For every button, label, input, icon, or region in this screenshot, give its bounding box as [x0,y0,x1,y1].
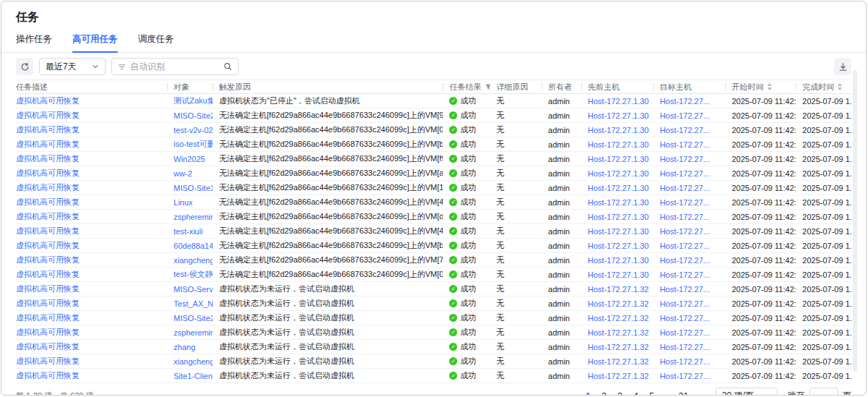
cell-object-link[interactable]: test-xiuli [174,227,203,236]
cell-target-host-link[interactable]: Host-172.27... [660,343,710,351]
cell-previous-host[interactable]: Host-172.27.1.30 [582,268,654,281]
cell-previous-host-link[interactable]: Host-172.27.1.30 [588,140,649,149]
page-button-4[interactable]: 4 [629,388,643,396]
cell-object[interactable]: Site1-Client1 [167,369,213,383]
cell-previous-host-link[interactable]: Host-172.27.1.30 [588,242,649,250]
cell-task-description-link[interactable]: 虚拟机高可用恢复 [16,341,80,352]
cell-target-host[interactable]: Host-172.27... [653,253,726,267]
cell-task-description-link[interactable]: 虚拟机高可用恢复 [16,197,80,208]
cell-target-host[interactable]: Host-172.27... [653,166,726,180]
cell-target-host-link[interactable]: Host-172.27... [660,299,710,308]
cell-task-description-link[interactable]: 虚拟机高可用恢复 [16,139,80,150]
cell-task-description-link[interactable]: 虚拟机高可用恢复 [16,95,80,106]
cell-object[interactable]: zhang [167,340,213,354]
cell-object-link[interactable]: zhang [174,343,195,351]
cell-previous-host[interactable]: Host-172.27.1.30 [582,123,654,137]
cell-object-link[interactable]: MISO-Serve... [174,285,213,294]
cell-previous-host-link[interactable]: Host-172.27.1.30 [588,198,649,207]
cell-previous-host[interactable]: Host-172.27.1.30 [582,181,654,195]
cell-previous-host[interactable]: Host-172.27.1.30 [582,94,654,108]
cell-previous-host-link[interactable]: Host-172.27.1.30 [588,169,649,178]
cell-object-link[interactable]: 测试Zaku集... [174,95,213,106]
cell-previous-host-link[interactable]: Host-172.27.1.32 [588,372,649,380]
cell-previous-host[interactable]: Host-172.27.1.32 [582,354,654,368]
cell-object-link[interactable]: MISO-Site2... [174,111,213,120]
tab-scheduled-tasks[interactable]: 调度任务 [138,33,174,52]
cell-object-link[interactable]: MISO-Site1... [174,184,213,192]
cell-target-host[interactable]: Host-172.27... [653,181,726,195]
cell-task-description[interactable]: 虚拟机高可用恢复 [16,354,167,368]
cell-task-description-link[interactable]: 虚拟机高可用恢复 [16,182,80,193]
cell-object-link[interactable]: Test_AX_Na... [174,299,213,308]
cell-task-description[interactable]: 虚拟机高可用恢复 [16,253,167,267]
cell-object-link[interactable]: zspheremim... [174,328,213,337]
cell-target-host[interactable]: Host-172.27... [653,296,726,310]
sort-icon[interactable] [838,83,842,90]
cell-task-description[interactable]: 虚拟机高可用恢复 [16,268,167,281]
cell-previous-host-link[interactable]: Host-172.27.1.30 [588,256,649,265]
cell-task-description-link[interactable]: 虚拟机高可用恢复 [16,327,80,338]
cell-previous-host[interactable]: Host-172.27.1.30 [582,253,654,267]
cell-previous-host-link[interactable]: Host-172.27.1.30 [588,97,649,106]
cell-task-description-link[interactable]: 虚拟机高可用恢复 [16,124,80,135]
cell-target-host[interactable]: Host-172.27... [653,108,726,122]
cell-object[interactable]: zspheremim... [167,325,213,339]
cell-task-description-link[interactable]: 虚拟机高可用恢复 [16,356,80,367]
cell-task-description-link[interactable]: 虚拟机高可用恢复 [16,168,80,179]
cell-previous-host[interactable]: Host-172.27.1.30 [582,152,654,166]
cell-task-description[interactable]: 虚拟机高可用恢复 [16,123,167,137]
cell-task-description[interactable]: 虚拟机高可用恢复 [16,137,167,151]
cell-object[interactable]: MISO-Site1... [167,181,213,195]
cell-previous-host-link[interactable]: Host-172.27.1.30 [588,213,649,221]
cell-target-host-link[interactable]: Host-172.27... [660,270,710,279]
cell-target-host[interactable]: Host-172.27... [653,137,726,151]
cell-previous-host-link[interactable]: Host-172.27.1.32 [588,285,649,294]
cell-previous-host-link[interactable]: Host-172.27.1.30 [588,126,649,135]
cell-task-description[interactable]: 虚拟机高可用恢复 [16,282,167,296]
cell-object-link[interactable]: xiangcheng.... [174,256,213,265]
cell-target-host[interactable]: Host-172.27... [653,239,726,252]
cell-object[interactable]: test-v2v-02 [167,123,213,137]
sort-icon[interactable] [767,83,772,90]
tab-ha-tasks[interactable]: 高可用任务 [72,33,118,53]
cell-previous-host-link[interactable]: Host-172.27.1.30 [588,155,649,163]
cell-task-description-link[interactable]: 虚拟机高可用恢复 [16,240,80,251]
cell-object[interactable]: MISO-Serve... [167,282,213,296]
date-range-select[interactable]: 最近7天 [39,58,106,75]
cell-target-host-link[interactable]: Host-172.27... [660,285,710,294]
cell-task-description-link[interactable]: 虚拟机高可用恢复 [16,110,80,121]
cell-target-host-link[interactable]: Host-172.27... [660,213,710,221]
cell-target-host-link[interactable]: Host-172.27... [660,126,710,135]
cell-target-host[interactable]: Host-172.27... [653,268,726,281]
cell-target-host[interactable]: Host-172.27... [653,325,726,339]
cell-task-description[interactable]: 虚拟机高可用恢复 [16,224,167,238]
cell-target-host-link[interactable]: Host-172.27... [660,372,710,380]
cell-previous-host[interactable]: Host-172.27.1.32 [582,325,654,339]
cell-task-description-link[interactable]: 虚拟机高可用恢复 [16,211,80,222]
cell-task-description[interactable]: 虚拟机高可用恢复 [16,152,167,166]
search-icon[interactable] [224,62,232,71]
cell-target-host[interactable]: Host-172.27... [653,210,726,223]
page-button-1[interactable]: 1 [581,388,595,396]
cell-previous-host-link[interactable]: Host-172.27.1.32 [588,314,649,323]
cell-object[interactable]: test-侯文静-... [167,268,213,281]
cell-target-host[interactable]: Host-172.27... [653,123,726,137]
cell-previous-host[interactable]: Host-172.27.1.30 [582,108,654,122]
cell-target-host-link[interactable]: Host-172.27... [660,227,710,236]
page-button-3[interactable]: 3 [613,388,627,396]
cell-target-host[interactable]: Host-172.27... [653,224,726,238]
cell-task-description[interactable]: 虚拟机高可用恢复 [16,94,167,108]
cell-task-description[interactable]: 虚拟机高可用恢复 [16,369,167,383]
cell-target-host[interactable]: Host-172.27... [653,311,726,325]
cell-task-description-link[interactable]: 虚拟机高可用恢复 [16,370,80,381]
column-header-8[interactable]: 开始时间 [726,80,796,93]
cell-task-description-link[interactable]: 虚拟机高可用恢复 [16,298,80,309]
cell-task-description[interactable]: 虚拟机高可用恢复 [16,181,167,195]
cell-object-link[interactable]: MISO-Site2... [174,314,213,323]
cell-object-link[interactable]: 60de88a14... [174,242,213,250]
cell-target-host-link[interactable]: Host-172.27... [660,155,710,163]
cell-previous-host[interactable]: Host-172.27.1.30 [582,239,654,252]
cell-previous-host-link[interactable]: Host-172.27.1.32 [588,299,649,308]
cell-target-host[interactable]: Host-172.27... [653,195,726,209]
column-header-9[interactable]: 完成时间 [796,80,851,93]
